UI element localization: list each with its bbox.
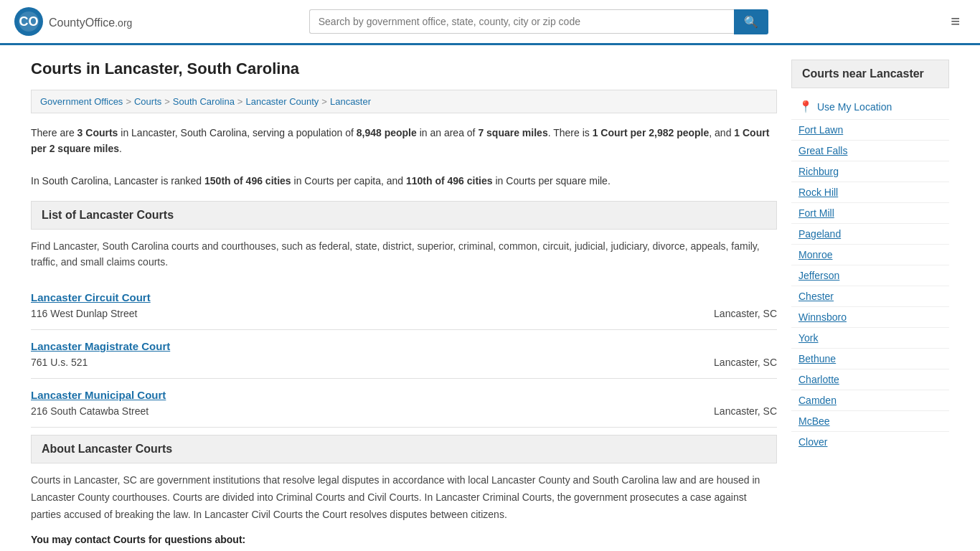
court-address: 761 U.s. 521	[31, 357, 88, 368]
courts-list: Lancaster Circuit Court 116 West Dunlap …	[31, 281, 777, 428]
breadcrumb: Government Offices > Courts > South Caro…	[31, 90, 777, 113]
court-details: 761 U.s. 521 Lancaster, SC	[31, 357, 777, 368]
logo-main: CountyOffice	[49, 17, 115, 29]
info-paragraph: There are 3 Courts in Lancaster, South C…	[31, 125, 777, 189]
court-details: 116 West Dunlap Street Lancaster, SC	[31, 308, 777, 319]
nearby-city-link-9[interactable]: Winnsboro	[791, 306, 949, 327]
logo-area: CO CountyOffice.org	[14, 7, 132, 36]
nearby-city-link-5[interactable]: Pageland	[791, 223, 949, 244]
svg-text:CO: CO	[19, 14, 39, 29]
logo-suffix: .org	[115, 17, 132, 29]
location-pin-icon: 📍	[798, 100, 813, 113]
breadcrumb-sep: >	[164, 96, 170, 107]
main-content: Courts in Lancaster, South Carolina Gove…	[17, 45, 963, 551]
nearby-city-link-6[interactable]: Monroe	[791, 244, 949, 265]
court-details: 216 South Catawba Street Lancaster, SC	[31, 405, 777, 417]
nearby-city-link-15[interactable]: Clover	[791, 431, 949, 452]
court-name-link[interactable]: Lancaster Circuit Court	[31, 291, 777, 303]
search-button[interactable]: 🔍	[734, 9, 768, 34]
nearby-city-link-14[interactable]: McBee	[791, 410, 949, 431]
hamburger-icon: ≡	[951, 12, 960, 30]
about-paragraph: Courts in Lancaster, SC are government i…	[31, 472, 777, 523]
nearby-city-link-10[interactable]: York	[791, 327, 949, 348]
right-sidebar: Courts near Lancaster 📍 Use My Location …	[791, 60, 949, 545]
court-address: 116 West Dunlap Street	[31, 308, 137, 319]
nearby-cities-list: Fort LawnGreat FallsRichburgRock HillFor…	[791, 119, 949, 452]
nearby-city-link-3[interactable]: Rock Hill	[791, 182, 949, 202]
nearby-city-link-0[interactable]: Fort Lawn	[791, 119, 949, 140]
search-area: 🔍	[309, 9, 768, 34]
list-section-desc: Find Lancaster, South Carolina courts an…	[31, 238, 777, 270]
page-title: Courts in Lancaster, South Carolina	[31, 60, 777, 78]
court-name-link[interactable]: Lancaster Municipal Court	[31, 389, 777, 401]
court-city-state: Lancaster, SC	[714, 308, 777, 319]
logo-icon: CO	[14, 7, 43, 36]
nearby-city-link-2[interactable]: Richburg	[791, 161, 949, 182]
breadcrumb-sep: >	[321, 96, 327, 107]
left-column: Courts in Lancaster, South Carolina Gove…	[31, 60, 777, 545]
nearby-city-link-7[interactable]: Jefferson	[791, 265, 949, 286]
logo-text: CountyOffice.org	[49, 14, 132, 30]
court-address: 216 South Catawba Street	[31, 405, 149, 417]
breadcrumb-item-0[interactable]: Government Offices	[40, 96, 123, 107]
nearby-city-link-1[interactable]: Great Falls	[791, 140, 949, 161]
about-section-header: About Lancaster Courts	[31, 435, 777, 463]
court-city-state: Lancaster, SC	[714, 405, 777, 417]
nearby-city-link-11[interactable]: Bethune	[791, 348, 949, 369]
nearby-city-link-8[interactable]: Chester	[791, 286, 949, 306]
breadcrumb-item-1[interactable]: Courts	[134, 96, 161, 107]
site-header: CO CountyOffice.org 🔍 ≡	[0, 0, 980, 45]
search-icon: 🔍	[744, 16, 758, 28]
court-entry: Lancaster Circuit Court 116 West Dunlap …	[31, 281, 777, 330]
nearby-city-link-4[interactable]: Fort Mill	[791, 202, 949, 223]
nearby-city-link-13[interactable]: Camden	[791, 390, 949, 410]
breadcrumb-item-2[interactable]: South Carolina	[173, 96, 235, 107]
hamburger-menu-button[interactable]: ≡	[945, 9, 966, 34]
search-input[interactable]	[309, 9, 734, 34]
contact-line: You may contact Courts for questions abo…	[31, 534, 777, 545]
breadcrumb-sep: >	[126, 96, 131, 107]
breadcrumb-item-3[interactable]: Lancaster County	[245, 96, 319, 107]
breadcrumb-sep: >	[237, 96, 243, 107]
use-my-location-link[interactable]: 📍 Use My Location	[791, 94, 949, 119]
list-section-header: List of Lancaster Courts	[31, 201, 777, 230]
court-entry: Lancaster Magistrate Court 761 U.s. 521 …	[31, 330, 777, 379]
court-city-state: Lancaster, SC	[714, 357, 777, 368]
use-my-location-label: Use My Location	[817, 101, 892, 113]
court-name-link[interactable]: Lancaster Magistrate Court	[31, 340, 777, 352]
sidebar-header: Courts near Lancaster	[791, 60, 949, 88]
nearby-city-link-12[interactable]: Charlotte	[791, 369, 949, 390]
breadcrumb-item-4[interactable]: Lancaster	[330, 96, 371, 107]
court-entry: Lancaster Municipal Court 216 South Cata…	[31, 379, 777, 428]
